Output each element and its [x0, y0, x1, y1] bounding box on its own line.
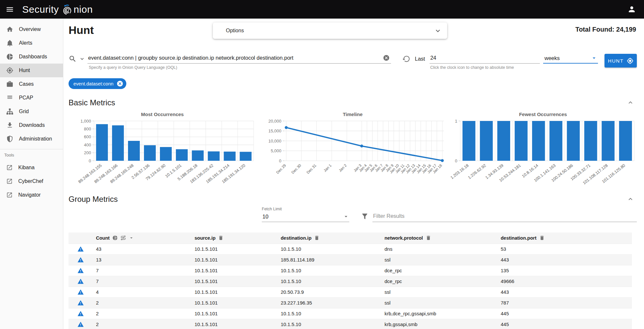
- filter-results-input[interactable]: [372, 211, 637, 222]
- table-cell[interactable]: ssl: [385, 297, 501, 308]
- column-header-destination-ip[interactable]: destination.ip: [281, 232, 385, 244]
- sidebar-item-dashboards[interactable]: Dashboards: [0, 50, 63, 64]
- alert-triangle-icon[interactable]: [77, 278, 96, 285]
- fetch-limit-select[interactable]: 10: [262, 212, 349, 222]
- sidebar-item-navigator[interactable]: Navigator: [0, 188, 63, 202]
- alert-triangle-icon[interactable]: [77, 267, 96, 274]
- row-actions-cell[interactable]: [69, 308, 96, 319]
- table-cell[interactable]: 443: [501, 254, 632, 265]
- table-cell[interactable]: 7: [96, 265, 195, 276]
- sidebar-item-cases[interactable]: Cases: [0, 77, 63, 91]
- search-icon[interactable]: [69, 55, 77, 63]
- table-cell[interactable]: 2: [96, 308, 195, 319]
- sidebar-item-grid[interactable]: Grid: [0, 105, 63, 118]
- table-cell[interactable]: krb,dce_rpc,gssapi,smb: [385, 308, 501, 319]
- table-cell[interactable]: 185.81.114.189: [281, 254, 385, 265]
- account-icon[interactable]: [627, 5, 636, 14]
- table-cell[interactable]: 10.1.5.101: [195, 276, 281, 287]
- table-cell[interactable]: 53: [501, 244, 632, 254]
- group-metrics-collapse-icon[interactable]: [624, 194, 637, 204]
- pie-chart-icon[interactable]: [112, 235, 118, 241]
- table-cell[interactable]: 10.1.5.101: [195, 244, 281, 254]
- alert-triangle-icon[interactable]: [77, 321, 96, 328]
- graph-icon[interactable]: [120, 235, 126, 241]
- table-cell[interactable]: dns: [385, 244, 501, 254]
- table-cell[interactable]: 10.1.5.101: [195, 254, 281, 265]
- row-actions-cell[interactable]: [69, 319, 96, 329]
- sidebar-item-cyberchef[interactable]: CyberChef: [0, 174, 63, 188]
- table-cell[interactable]: 10.1.5.101: [195, 297, 281, 308]
- remove-column-icon[interactable]: [539, 235, 545, 241]
- time-unit-select[interactable]: weeks: [543, 54, 598, 64]
- table-cell[interactable]: 787: [501, 297, 632, 308]
- table-cell[interactable]: ssl: [385, 254, 501, 265]
- sidebar-item-hunt[interactable]: Hunt: [0, 64, 63, 77]
- alert-triangle-icon[interactable]: [77, 289, 96, 295]
- clear-query-icon[interactable]: [383, 54, 390, 61]
- sidebar-item-kibana[interactable]: Kibana: [0, 161, 63, 174]
- table-cell[interactable]: dce_rpc: [385, 265, 501, 276]
- table-cell[interactable]: 2: [96, 319, 195, 329]
- table-cell[interactable]: 10.1.5.10: [281, 276, 385, 287]
- sidebar-item-downloads[interactable]: Downloads: [0, 118, 63, 132]
- row-actions-cell[interactable]: [69, 244, 96, 254]
- column-menu-caret-icon[interactable]: [129, 235, 134, 241]
- row-actions-cell[interactable]: [69, 265, 96, 276]
- column-header-destination-port[interactable]: destination.port: [501, 232, 632, 244]
- table-cell[interactable]: 10.1.5.101: [195, 319, 281, 329]
- table-cell[interactable]: 2: [96, 297, 195, 308]
- sidebar-item-pcap[interactable]: PCAP: [0, 91, 63, 105]
- alert-triangle-icon[interactable]: [77, 310, 96, 317]
- table-cell[interactable]: 43: [96, 244, 195, 254]
- alert-triangle-icon[interactable]: [77, 257, 96, 263]
- basic-metrics-collapse-icon[interactable]: [624, 97, 637, 108]
- table-cell[interactable]: 445: [501, 308, 632, 319]
- sidebar-item-administration[interactable]: Administration: [0, 132, 63, 146]
- table-cell[interactable]: 49666: [501, 276, 632, 287]
- chip-close-icon[interactable]: [117, 80, 123, 87]
- table-cell[interactable]: dce_rpc: [385, 276, 501, 287]
- row-actions-cell[interactable]: [69, 297, 96, 308]
- table-cell[interactable]: 10.1.5.10: [281, 308, 385, 319]
- remove-column-icon[interactable]: [426, 235, 431, 241]
- table-cell[interactable]: 10.1.5.10: [281, 265, 385, 276]
- duration-input[interactable]: [430, 54, 540, 64]
- table-cell[interactable]: ssl: [385, 287, 501, 297]
- alert-triangle-icon[interactable]: [77, 246, 96, 252]
- remove-column-icon[interactable]: [218, 235, 224, 241]
- table-cell[interactable]: 20.50.73.9: [281, 287, 385, 297]
- remove-column-icon[interactable]: [314, 235, 320, 241]
- table-cell[interactable]: 4: [96, 287, 195, 297]
- timeline-plot[interactable]: 05,00010,00015,00020,000Dec 29Dec 30Dec …: [259, 118, 447, 192]
- row-actions-cell[interactable]: [69, 287, 96, 297]
- menu-icon[interactable]: [0, 5, 20, 14]
- table-cell[interactable]: 13: [96, 254, 195, 265]
- row-actions-cell[interactable]: [69, 276, 96, 287]
- query-input[interactable]: [87, 54, 391, 64]
- row-actions-cell[interactable]: [69, 254, 96, 265]
- sidebar-item-alerts[interactable]: Alerts: [0, 36, 63, 50]
- options-expander[interactable]: Options: [213, 22, 447, 39]
- table-cell[interactable]: 10.1.5.101: [195, 308, 281, 319]
- table-cell[interactable]: 10.1.5.10: [281, 244, 385, 254]
- query-history-chevron-icon[interactable]: [79, 56, 85, 62]
- clock-history-icon[interactable]: [402, 55, 410, 63]
- table-cell[interactable]: 443: [501, 287, 632, 297]
- table-cell[interactable]: 7: [96, 276, 195, 287]
- table-cell[interactable]: 135: [501, 265, 632, 276]
- alert-triangle-icon[interactable]: [77, 300, 96, 306]
- table-cell[interactable]: krb,gssapi,smb: [385, 319, 501, 329]
- sidebar-item-overview[interactable]: Overview: [0, 22, 63, 36]
- fewest-occurrences-plot[interactable]: 011.203.16.181.226.62.921.34.93.13910.53…: [449, 118, 637, 192]
- column-header-count[interactable]: Count: [96, 232, 195, 244]
- table-cell[interactable]: 23.227.196.35: [281, 297, 385, 308]
- most-occurrences-plot[interactable]: 02004006008001,00089.248.163.15589.248.1…: [69, 118, 256, 192]
- table-cell[interactable]: 10.1.5.101: [195, 265, 281, 276]
- column-header-source-ip[interactable]: source.ip: [195, 232, 281, 244]
- table-cell[interactable]: 10.1.5.101: [195, 287, 281, 297]
- column-header-network-protocol[interactable]: network.protocol: [385, 232, 501, 244]
- table-cell[interactable]: 10.1.5.10: [281, 319, 385, 329]
- hunt-button[interactable]: HUNT: [605, 54, 637, 67]
- filter-chip[interactable]: event.dataset:conn: [69, 78, 126, 89]
- table-cell[interactable]: 445: [501, 319, 632, 329]
